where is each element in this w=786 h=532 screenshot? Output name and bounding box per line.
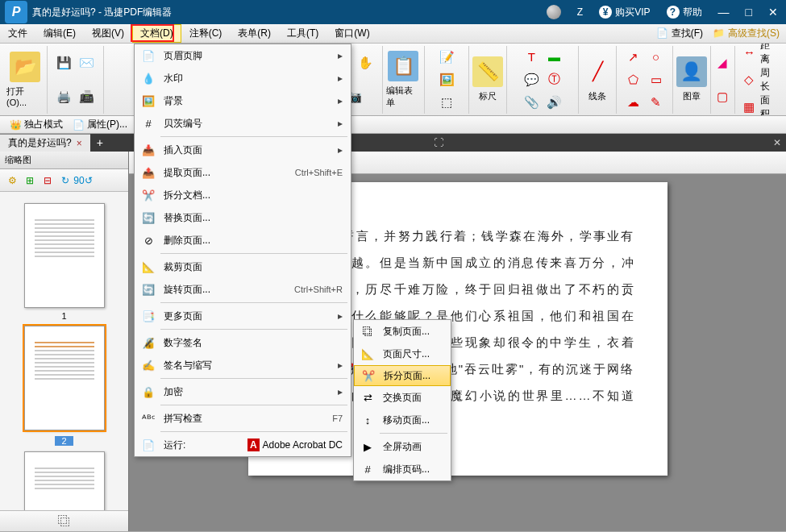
- thumb-del-icon[interactable]: ⊟: [40, 172, 56, 189]
- edit-form-group[interactable]: 📋 编辑表单: [383, 46, 425, 114]
- menu-item-label: 删除页面...: [164, 234, 343, 247]
- document-tab[interactable]: 真的是好运吗?×: [0, 134, 90, 152]
- thumb-page-2[interactable]: [24, 326, 105, 430]
- adv-search-button[interactable]: 📁高级查找(S): [709, 27, 786, 40]
- select-shape-icon[interactable]: ▢: [715, 86, 730, 107]
- submenu-item-icon: #: [359, 460, 376, 478]
- docmenu-item[interactable]: 📤提取页面...Ctrl+Shift+E: [135, 161, 351, 184]
- highlight-icon[interactable]: ▬: [543, 47, 564, 68]
- thumb-add-icon[interactable]: ⊞: [22, 172, 38, 189]
- properties-button[interactable]: 📄属性(P)...: [68, 118, 132, 131]
- distance-icon[interactable]: ↔: [739, 44, 760, 63]
- user-label[interactable]: Z: [569, 0, 591, 24]
- menu-item-icon: ✂️: [139, 186, 157, 204]
- submenu-item[interactable]: 📐页面尺寸...: [354, 343, 451, 365]
- textedit-icon[interactable]: Ⓣ: [543, 69, 564, 90]
- menu-tool[interactable]: 工具(T): [279, 24, 326, 43]
- menu-window[interactable]: 窗口(W): [326, 24, 377, 43]
- exclusive-mode-button[interactable]: 👑独占模式: [5, 118, 68, 131]
- maximize-button[interactable]: □: [738, 0, 760, 24]
- thumb-rotate2-icon[interactable]: 90↺: [75, 172, 91, 189]
- copy-pages-icon[interactable]: ⿻: [58, 514, 71, 529]
- perimeter-icon[interactable]: ◇: [739, 69, 760, 90]
- note-icon[interactable]: 💬: [521, 69, 542, 90]
- submenu-arrow-icon: ▸: [338, 73, 343, 84]
- thumb-rotate-icon[interactable]: ↻: [57, 172, 73, 189]
- textbox-icon[interactable]: T: [521, 47, 542, 68]
- menu-view[interactable]: 视图(V): [84, 24, 132, 43]
- docmenu-item[interactable]: 🔄替换页面...: [135, 206, 351, 229]
- pencil-icon[interactable]: ✎: [646, 92, 667, 113]
- menu-document[interactable]: 文档(D): [132, 24, 181, 43]
- docmenu-item[interactable]: ✂️拆分文档...: [135, 184, 351, 206]
- thumbnail-list[interactable]: 1 2 3: [0, 192, 128, 510]
- lines-group[interactable]: ╱ 线条: [579, 46, 617, 114]
- line-icon: ╱: [582, 56, 613, 87]
- docmenu-item[interactable]: 📄运行:AAdobe Acrobat DC: [135, 434, 351, 456]
- docmenu-item[interactable]: 💧水印▸: [135, 67, 351, 89]
- menu-file[interactable]: 文件: [0, 24, 35, 43]
- menu-item-icon: 📄: [139, 47, 157, 64]
- tab-expand-icon[interactable]: ⛶: [429, 137, 448, 148]
- docmenu-item[interactable]: 🔄旋转页面...Ctrl+Shift+R: [135, 278, 351, 301]
- menu-annotation[interactable]: 注释(C): [181, 24, 231, 43]
- docmenu-item[interactable]: 🖼️背景▸: [135, 89, 351, 112]
- hand-icon[interactable]: ✋: [355, 52, 376, 73]
- print-icon[interactable]: 🖨️: [54, 86, 75, 107]
- submenu-item[interactable]: #编排页码...: [354, 458, 451, 480]
- docmenu-item[interactable]: 📐裁剪页面: [135, 256, 351, 278]
- submenu-item[interactable]: ✂️拆分页面...: [354, 365, 451, 386]
- docmenu-item[interactable]: ᴬᴮᶜ拼写检查F7: [135, 407, 351, 430]
- attach-icon[interactable]: 📎: [521, 92, 542, 113]
- globe-icon[interactable]: [539, 0, 569, 24]
- docmenu-item[interactable]: 📄页眉页脚▸: [135, 44, 351, 67]
- thumb-gear-icon[interactable]: ⚙: [4, 172, 20, 189]
- new-tab-button[interactable]: +: [90, 136, 110, 149]
- barcode-icon[interactable]: ⬚: [436, 92, 457, 113]
- submenu-item[interactable]: ↕移动页面...: [354, 409, 451, 431]
- search-button[interactable]: 📄查找(F): [653, 27, 709, 40]
- docmenu-item[interactable]: 🔏数字签名: [135, 331, 351, 354]
- menu-edit[interactable]: 编辑(E): [35, 24, 84, 43]
- close-button[interactable]: ✕: [760, 0, 786, 24]
- thumb-footer: ⿻: [0, 510, 128, 531]
- submenu-item[interactable]: ▶全屏动画: [354, 435, 451, 458]
- scan-icon[interactable]: 📠: [77, 86, 98, 107]
- cloud-icon[interactable]: ☁: [623, 92, 644, 113]
- minimize-button[interactable]: —: [710, 0, 738, 24]
- polygon-icon[interactable]: ⬠: [623, 69, 644, 90]
- measure-group: ↔距离 ◇周长 ▦面积: [735, 46, 783, 114]
- tab-x-icon[interactable]: ✕: [768, 137, 786, 148]
- docmenu-item[interactable]: ✍️签名与缩写▸: [135, 354, 351, 376]
- docmenu-item[interactable]: ⊘删除页面...: [135, 229, 351, 251]
- ruler-group[interactable]: 📏 标尺: [469, 46, 507, 114]
- shapes-group: ↗ ○ ⬠ ▭ ☁ ✎: [617, 46, 672, 114]
- open-group[interactable]: 📂 打开(O)...: [3, 46, 48, 114]
- sound-icon[interactable]: 🔊: [543, 92, 564, 113]
- submenu-item[interactable]: ⇄交换页面: [354, 386, 451, 409]
- circle-icon[interactable]: ○: [646, 47, 667, 68]
- text-icon[interactable]: 📝: [436, 47, 457, 68]
- image-icon[interactable]: 🖼️: [436, 69, 457, 90]
- thumb-page-3[interactable]: [24, 451, 105, 510]
- submenu-item[interactable]: ⿻复制页面...: [354, 320, 451, 343]
- docmenu-item[interactable]: #贝茨编号▸: [135, 112, 351, 135]
- docmenu-item[interactable]: 🔒加密▸: [135, 380, 351, 403]
- stamp-group[interactable]: 👤 图章: [673, 46, 711, 114]
- menu-form[interactable]: 表单(R): [230, 24, 279, 43]
- docmenu-item[interactable]: 📑更多页面▸: [135, 305, 351, 327]
- eraser-icon[interactable]: ◢: [715, 52, 730, 73]
- arrow-shape-icon[interactable]: ↗: [623, 47, 644, 68]
- area-icon[interactable]: ▦: [739, 97, 760, 117]
- menu-item-icon: ✍️: [139, 356, 157, 374]
- docmenu-item[interactable]: 📥插入页面▸: [135, 139, 351, 161]
- submenu-item-label: 全屏动画: [383, 440, 443, 454]
- thumb-page-1[interactable]: [24, 203, 105, 308]
- save-icon[interactable]: 💾: [54, 52, 75, 73]
- eraser-group: ◢ ▢: [711, 46, 735, 114]
- rect-icon[interactable]: ▭: [646, 69, 667, 90]
- tab-close-icon[interactable]: ×: [77, 138, 82, 149]
- mail-icon[interactable]: ✉️: [77, 52, 98, 73]
- vip-button[interactable]: ¥购买VIP: [591, 0, 658, 24]
- help-button[interactable]: ?帮助: [659, 0, 710, 24]
